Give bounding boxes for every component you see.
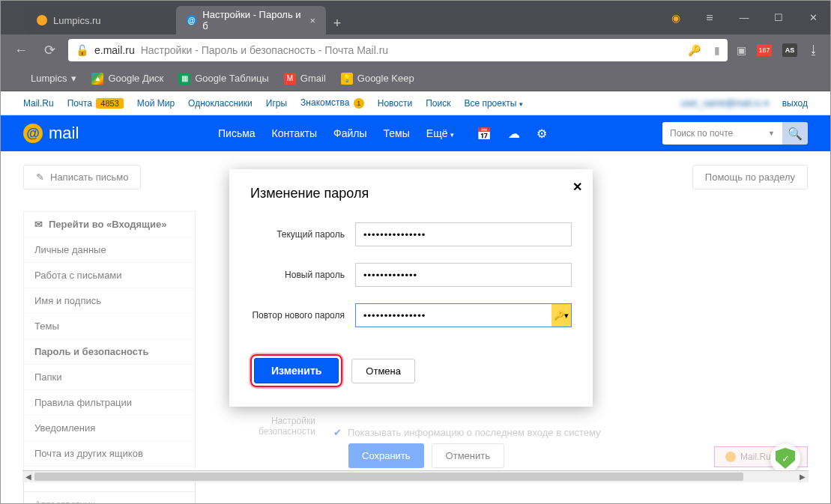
close-window-button[interactable]: ✕ [796, 1, 830, 34]
tab-title: Lumpics.ru [53, 15, 101, 26]
logo-text: mail [49, 124, 79, 143]
dating-link[interactable]: Знакомства [300, 97, 349, 108]
mail-main-nav: @ mail Письма Контакты Файлы Темы Ещё ▾ … [1, 115, 830, 151]
scroll-thumb[interactable] [34, 473, 743, 481]
tab-close-icon[interactable]: × [309, 15, 315, 26]
current-password-label: Текущий пароль [250, 229, 355, 240]
mailru-link[interactable]: Mail.Ru [23, 98, 54, 109]
browser-tab-lumpics[interactable]: Lumpics.ru [26, 6, 176, 34]
browser-toolbar: ← ⟳ 🔓 e.mail.ru Настройки - Пароль и без… [1, 34, 830, 66]
submit-button[interactable]: Изменить [254, 358, 339, 383]
tableau-icon[interactable]: ◉ [671, 1, 680, 34]
browser-tab-mail-settings[interactable]: @ Настройки - Пароль и б × [176, 6, 326, 34]
menu-icon[interactable]: ≡ [692, 1, 727, 34]
modal-close-icon[interactable]: ✕ [572, 180, 582, 194]
mail-top-bar: Mail.Ru Почта 4853 Мой Мир Одноклассники… [1, 91, 830, 115]
news-link[interactable]: Новости [378, 98, 412, 109]
back-icon[interactable]: ← [11, 43, 31, 58]
bookmark-gdrive[interactable]: ▲ Google Диск [91, 73, 163, 85]
change-password-modal: ✕ Изменение пароля Текущий пароль Новый … [229, 169, 593, 407]
bookmark-label: Google Keep [357, 73, 414, 84]
bookmark-gsheets[interactable]: ▦ Google Таблицы [178, 73, 269, 85]
gear-icon[interactable]: ⚙ [537, 127, 547, 141]
search-link[interactable]: Поиск [426, 98, 450, 109]
current-password-input[interactable] [355, 222, 572, 246]
nav-more[interactable]: Ещё ▾ [426, 127, 455, 139]
chevron-down-icon: ▾ [450, 131, 454, 139]
repeat-password-label: Повтор нового пароля [250, 310, 355, 321]
modal-cancel-button[interactable]: Отмена [351, 359, 415, 383]
scroll-left-icon[interactable]: ◀ [22, 471, 34, 483]
bookmark-lumpics[interactable]: Lumpics ▾ [31, 73, 76, 84]
at-logo-icon: @ [23, 124, 43, 143]
nav-contacts[interactable]: Контакты [272, 127, 317, 139]
user-email[interactable]: user_name@mail.ru ▾ [680, 98, 769, 109]
minimize-button[interactable]: — [727, 1, 761, 34]
bookmark-label: Google Таблицы [195, 73, 269, 84]
gkeep-icon: 💡 [341, 73, 353, 85]
mail-favicon: @ [187, 15, 196, 25]
gmail-icon: M [284, 73, 296, 85]
dating-badge: 1 [354, 98, 364, 109]
nav-letters[interactable]: Письма [218, 127, 256, 139]
maximize-button[interactable]: ☐ [761, 1, 796, 34]
chevron-down-icon: ▾ [71, 73, 76, 84]
submit-highlight: Изменить [250, 354, 342, 387]
scroll-right-icon[interactable]: ▶ [797, 471, 809, 483]
nav-files[interactable]: Файлы [333, 127, 366, 139]
sidebar-item-autoreply[interactable]: Автоответчик [24, 492, 195, 504]
mail-logo[interactable]: @ mail [23, 124, 218, 143]
lumpics-favicon [37, 15, 47, 25]
search-icon: 🔍 [788, 127, 803, 141]
extensions-icon[interactable]: ▣ [737, 44, 746, 56]
cloud-icon[interactable]: ☁ [508, 127, 520, 141]
search-placeholder: Поиск по почте [670, 128, 733, 139]
shield-icon: ✓ [776, 448, 795, 469]
bookmark-gkeep[interactable]: 💡 Google Keep [341, 73, 414, 85]
mymir-link[interactable]: Мой Мир [137, 98, 175, 109]
logout-link[interactable]: выход [782, 98, 808, 109]
bookmark-label: Lumpics [31, 73, 67, 84]
bookmarks-bar: Lumpics ▾ ▲ Google Диск ▦ Google Таблицы… [1, 66, 830, 91]
url-title: Настройки - Пароль и безопасность - Почт… [141, 44, 388, 56]
downloads-icon[interactable]: ⭳ [808, 43, 820, 57]
games-link[interactable]: Игры [266, 98, 287, 109]
new-tab-button[interactable]: + [326, 12, 348, 34]
browser-tab-strip: Lumpics.ru @ Настройки - Пароль и б × + … [1, 1, 830, 34]
reload-icon[interactable]: ⟳ [40, 42, 59, 58]
adguard-badge[interactable]: ✓ [770, 443, 800, 473]
bookmark-label: Google Диск [108, 73, 163, 84]
modal-title: Изменение пароля [250, 186, 572, 201]
projects-link[interactable]: Все проекты [464, 98, 516, 109]
address-bar[interactable]: 🔓 e.mail.ru Настройки - Пароль и безопас… [68, 39, 728, 61]
lock-icon: 🔓 [76, 44, 88, 56]
new-password-input[interactable] [355, 263, 572, 287]
url-domain: e.mail.ru [94, 44, 135, 56]
password-manager-icon[interactable]: 🔑▾ [552, 304, 571, 327]
search-button[interactable]: 🔍 [782, 122, 808, 145]
bookmark-label: Gmail [300, 73, 326, 84]
chevron-down-icon: ▾ [519, 100, 523, 108]
gdrive-icon: ▲ [91, 73, 103, 85]
calendar-icon[interactable]: 📅 [477, 127, 492, 141]
extension-as-icon[interactable]: AS [782, 43, 797, 57]
extension-badge-icon[interactable]: 167 [757, 44, 772, 56]
nav-themes[interactable]: Темы [384, 127, 410, 139]
bookmark-page-icon[interactable]: ▮ [714, 44, 720, 56]
sidebar-label: Автоответчик [34, 499, 94, 504]
horizontal-scrollbar[interactable]: ◀ ▶ [22, 470, 809, 482]
mail-search-input[interactable]: Поиск по почте ▼ [662, 122, 782, 145]
chevron-down-icon: ▼ [768, 130, 775, 137]
tab-title: Настройки - Пароль и б [202, 9, 303, 31]
key-icon[interactable]: 🔑 [688, 44, 701, 56]
bookmark-gmail[interactable]: M Gmail [284, 73, 326, 85]
odnoklassniki-link[interactable]: Одноклассники [188, 98, 253, 109]
repeat-password-input[interactable] [355, 303, 572, 327]
new-password-label: Новый пароль [250, 270, 355, 280]
mail-link[interactable]: Почта [67, 98, 92, 109]
gsheets-icon: ▦ [178, 73, 190, 85]
mail-count-badge: 4853 [96, 98, 123, 109]
